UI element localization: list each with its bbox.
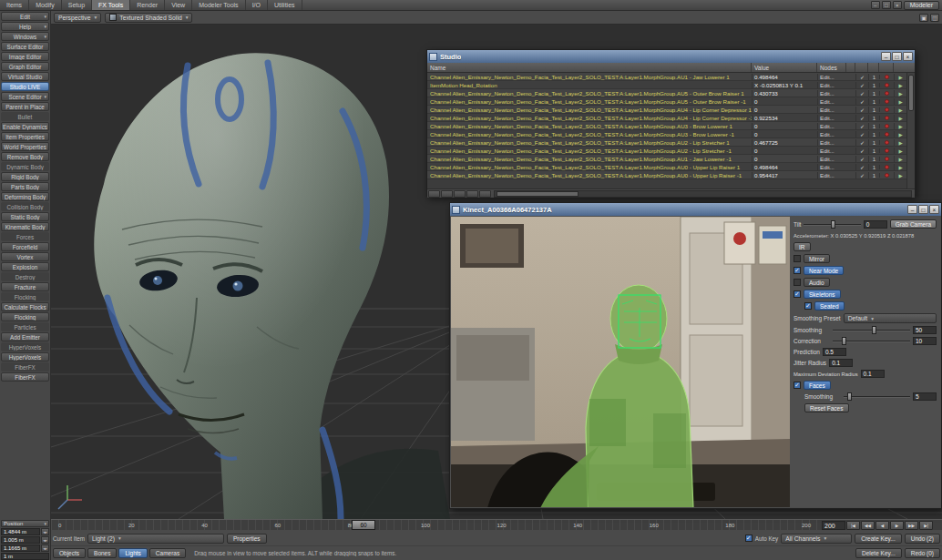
channel-nodes-edit-button[interactable]: Edit... [817,98,846,105]
menu-tab[interactable]: Render [130,0,165,10]
channel-value[interactable]: X -0.0250813 Y 0.1 [752,82,817,88]
channel-play-icon[interactable] [894,74,906,80]
sidebar-item[interactable]: Vortex [1,252,49,261]
channel-enabled-check-icon[interactable] [855,82,868,88]
menu-tab[interactable]: FX Tools [92,0,130,10]
sidebar-item[interactable]: Studio LIVE [1,82,49,91]
skeletons-checkbox[interactable] [794,290,801,298]
position-z-stepper[interactable] [41,545,49,552]
channel-record-icon[interactable] [879,173,894,178]
skeletons-label[interactable]: Skeletons [804,290,841,299]
studio-footer-button[interactable] [466,190,478,198]
channel-play-icon[interactable] [894,123,906,129]
studio-footer-button[interactable] [479,190,491,198]
studio-footer-button[interactable] [428,190,440,198]
ir-button[interactable]: IR [794,242,811,251]
sidebar-item[interactable]: Forces [1,232,49,241]
studio-channel-row[interactable]: Channel Alien_Emissary_Newton_Demo_Facia… [427,97,906,106]
sidebar-item[interactable]: Flocking [1,312,49,321]
channel-record-icon[interactable] [879,91,894,96]
channel-enabled-check-icon[interactable] [855,148,868,154]
column-lock-icon[interactable] [846,63,855,72]
studio-footer-button[interactable] [454,190,466,198]
sidebar-item[interactable]: Windows [1,32,49,41]
sidebar-item[interactable]: FiberFX [1,372,49,382]
position-y-stepper[interactable] [41,536,49,544]
channel-enabled-check-icon[interactable] [855,123,868,129]
menu-tab[interactable]: Modeler Tools [192,0,245,10]
kinect-titlebar[interactable]: Kinect_A00366A06472137A [450,203,941,216]
item-category-button[interactable]: Lights [118,548,147,558]
sidebar-item[interactable]: Flocking [1,292,49,301]
studio-horizontal-scrollbar[interactable] [494,190,912,198]
sidebar-item[interactable]: Add Emitter [1,332,49,341]
channel-nodes-edit-button[interactable]: Edit... [817,139,846,146]
sidebar-item[interactable]: Rigid Body [1,172,49,181]
create-key-button[interactable]: Create Key... [855,534,901,544]
column-record-icon[interactable] [879,63,894,72]
channel-record-icon[interactable] [879,124,894,128]
near-mode-label[interactable]: Near Mode [804,266,844,275]
column-enable-icon[interactable] [855,63,868,72]
sidebar-item[interactable]: World Properties [1,142,49,151]
play-icon[interactable] [890,521,904,530]
channel-play-icon[interactable] [894,139,906,146]
modeler-button[interactable]: Modeler [904,1,939,10]
channel-play-icon[interactable] [894,148,906,154]
reset-faces-button[interactable]: Reset Faces [804,403,849,412]
sidebar-menu-button[interactable]: Help [1,22,49,31]
channel-record-icon[interactable] [879,157,894,161]
channel-play-icon[interactable] [894,115,906,121]
channel-value[interactable]: 0 [752,98,817,105]
kinect-minimize-icon[interactable] [907,205,917,214]
studio-channel-row[interactable]: Channel Alien_Emissary_Newton_Demo_Facia… [427,130,906,138]
studio-close-icon[interactable] [903,52,913,61]
channel-enabled-check-icon[interactable] [855,90,868,97]
studio-channel-row[interactable]: Channel Alien_Emissary_Newton_Demo_Facia… [427,171,906,179]
channel-record-icon[interactable] [879,75,894,79]
channel-value[interactable]: 0.498464 [752,164,817,170]
smoothing-slider[interactable] [833,326,910,334]
studio-channel-row[interactable]: ItemMotion Head_Rotation X -0.0250813 Y … [427,81,906,89]
sidebar-item[interactable]: Explosion [1,262,49,271]
current-item-dropdown[interactable]: Light (2) [87,534,224,544]
channel-value[interactable]: 0.922534 [752,115,817,121]
channel-value[interactable]: 0 [752,131,817,137]
menu-tab[interactable]: I/O [246,0,268,10]
auto-key-checkbox[interactable] [745,535,753,542]
channel-nodes-edit-button[interactable]: Edit... [817,164,846,170]
grab-camera-button[interactable]: Grab Camera [890,219,937,229]
near-mode-checkbox[interactable] [794,267,801,274]
channel-value[interactable]: 0.954417 [752,172,817,178]
channel-play-icon[interactable] [894,164,906,170]
jitter-radius-value-field[interactable]: 0.1 [829,359,853,367]
sidebar-menu-button[interactable]: Edit [1,12,49,21]
studio-minimize-icon[interactable] [881,52,891,61]
studio-channel-row[interactable]: Channel Alien_Emissary_Newton_Demo_Facia… [427,89,906,97]
channel-enabled-check-icon[interactable] [855,164,868,170]
tool-selector-dropdown[interactable]: Position [1,520,49,527]
channel-nodes-edit-button[interactable]: Edit... [817,172,846,178]
channel-value[interactable]: 0 [752,107,817,113]
properties-button[interactable]: Properties [227,534,267,544]
kinect-maximize-icon[interactable] [918,205,928,214]
kinect-close-icon[interactable] [929,205,939,214]
sidebar-item[interactable]: Forcefield [1,242,49,251]
channel-record-icon[interactable] [879,132,894,137]
channel-play-icon[interactable] [894,172,906,178]
channel-nodes-edit-button[interactable]: Edit... [817,74,846,80]
maximize-window-icon[interactable]: □ [882,1,891,9]
channel-enabled-check-icon[interactable] [855,74,868,80]
menu-tab[interactable]: Modify [29,0,62,10]
sidebar-item[interactable]: Bullet [1,112,49,121]
faces-checkbox[interactable] [794,382,801,389]
go-first-frame-icon[interactable] [846,521,860,530]
studio-maximize-icon[interactable] [892,52,902,61]
column-count-icon[interactable] [868,63,879,72]
sidebar-item[interactable]: Parts Body [1,182,49,191]
channel-record-icon[interactable] [879,107,894,112]
sidebar-item[interactable]: Image Editor [1,52,49,61]
channel-play-icon[interactable] [894,82,906,88]
sidebar-item[interactable]: Calculate Flocks [1,302,49,311]
end-frame-field[interactable]: 200 [822,521,845,530]
